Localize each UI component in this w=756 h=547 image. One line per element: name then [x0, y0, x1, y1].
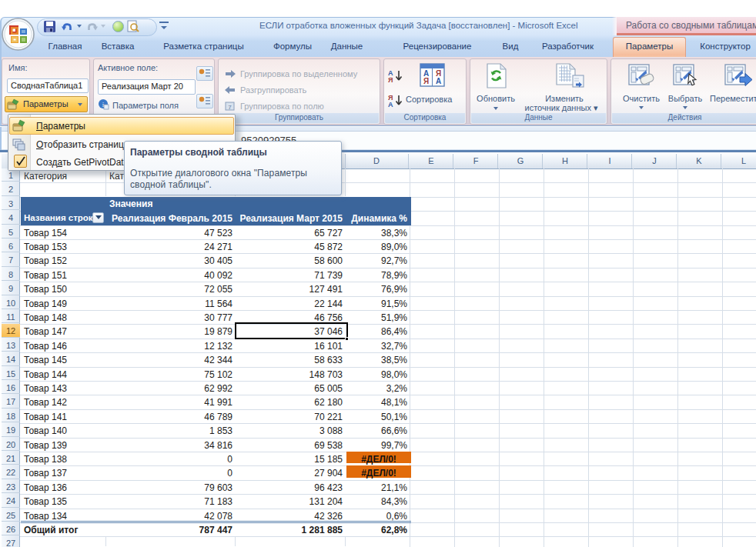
svg-text:А: А [436, 77, 441, 85]
svg-text:Я: Я [388, 76, 393, 84]
svg-text:А: А [388, 101, 393, 108]
svg-text:Я: Я [423, 77, 429, 85]
svg-text:7: 7 [228, 104, 232, 111]
